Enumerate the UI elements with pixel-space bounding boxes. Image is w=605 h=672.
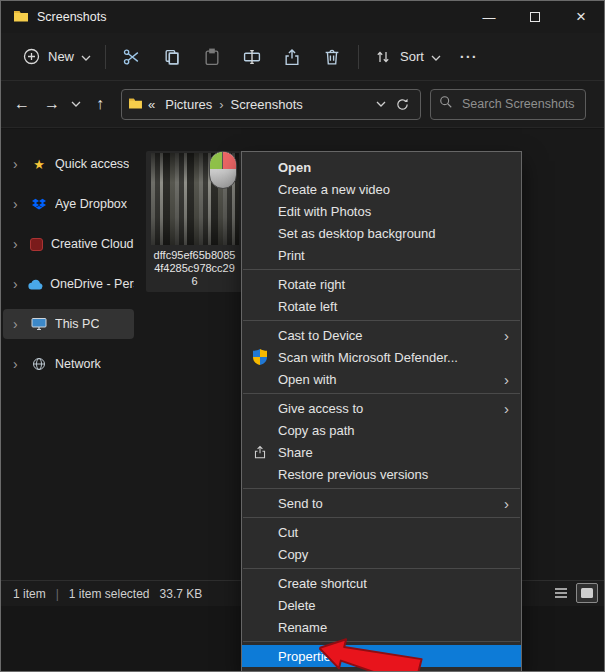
back-button[interactable]: ← [7,89,37,119]
submenu-arrow-icon: › [504,400,509,417]
menu-item-delete[interactable]: Delete [242,594,521,616]
rename-button[interactable] [232,40,272,74]
up-button[interactable]: ↑ [85,89,115,119]
menu-item-edit-with-photos[interactable]: Edit with Photos [242,200,521,222]
breadcrumb-screenshots[interactable]: Screenshots [226,97,308,112]
search-box[interactable] [430,89,586,120]
dropbox-icon [29,198,49,210]
submenu-arrow-icon: › [504,495,509,512]
menu-item-open[interactable]: Open [242,156,521,178]
breadcrumb-pictures[interactable]: Pictures [160,97,217,112]
chevron-right-icon[interactable]: › [13,316,29,332]
chevron-right-icon[interactable]: › [13,236,27,252]
creative-cloud-icon [27,238,45,251]
more-options-label: ··· [460,48,478,65]
menu-item-restore-previous-versions[interactable]: Restore previous versions [242,463,521,485]
menu-separator [243,269,520,270]
address-bar[interactable]: « Pictures › Screenshots [121,89,421,120]
sort-button-label: Sort [400,49,424,64]
recent-locations-button[interactable] [67,89,85,119]
sidebar-item-quick-access[interactable]: › ★ Quick access [3,149,134,179]
item-count: 1 item [13,587,46,601]
right-click-mouse-icon [209,151,237,189]
mouse-right-button [223,152,236,169]
menu-item-rename[interactable]: Rename [242,616,521,638]
chevron-right-icon[interactable]: › [13,276,27,292]
file-item[interactable]: dffc95ef65b8085 4f4285c978cc29 6 [146,151,243,292]
chevron-down-icon [81,49,91,64]
breadcrumb-separator-icon: › [217,97,225,112]
sidebar-item-onedrive[interactable]: › OneDrive - Perso [3,269,134,299]
new-button[interactable]: New [13,41,99,73]
toolbar-divider [358,45,359,69]
toolbar-divider [105,45,106,69]
menu-item-cast-to-device[interactable]: Cast to Device› [242,324,521,346]
mouse-left-button [210,152,223,169]
sort-button[interactable]: Sort [365,41,449,73]
share-icon [252,444,268,460]
chevron-right-icon[interactable]: › [13,356,29,372]
forward-button[interactable]: → [37,89,67,119]
breadcrumb-overflow[interactable]: « [143,97,160,112]
sidebar-item-this-pc[interactable]: › This PC [3,309,134,339]
refresh-button[interactable] [390,89,414,119]
file-thumbnail [151,153,239,245]
sidebar: › ★ Quick access › Aye Dropbox › Creativ… [1,129,136,580]
menu-separator [243,320,520,321]
menu-item-share[interactable]: Share [242,441,521,463]
menu-item-give-access-to[interactable]: Give access to› [242,397,521,419]
context-menu: Open Create a new video Edit with Photos… [241,151,522,672]
command-bar: New Sort [1,33,604,81]
menu-separator [243,393,520,394]
network-globe-icon [29,357,49,371]
folder-icon [13,8,29,26]
menu-item-scan-with-defender[interactable]: Scan with Microsoft Defender... [242,346,521,368]
explorer-window: Screenshots — × New [0,0,605,672]
menu-item-rotate-right[interactable]: Rotate right [242,273,521,295]
new-button-label: New [48,49,74,64]
share-button[interactable] [272,40,312,74]
menu-separator [243,488,520,489]
selection-count: 1 item selected [69,587,150,601]
minimize-button[interactable]: — [466,1,512,33]
search-input[interactable] [460,96,605,112]
search-icon [439,95,453,113]
details-view-button[interactable] [550,583,572,603]
chevron-right-icon[interactable]: › [13,156,29,172]
defender-shield-icon [252,349,268,365]
menu-item-open-with[interactable]: Open with› [242,368,521,390]
menu-item-copy[interactable]: Copy [242,543,521,565]
folder-icon [128,95,143,113]
title-bar: Screenshots — × [1,1,604,33]
plus-circle-icon [21,47,41,67]
menu-item-print[interactable]: Print [242,244,521,266]
copy-button[interactable] [152,40,192,74]
menu-item-rotate-left[interactable]: Rotate left [242,295,521,317]
selection-size: 33.7 KB [160,587,203,601]
menu-item-create-shortcut[interactable]: Create shortcut [242,572,521,594]
delete-button[interactable] [312,40,352,74]
more-options-button[interactable]: ··· [449,40,489,74]
close-button[interactable]: × [558,1,604,33]
window-title: Screenshots [37,10,106,24]
address-dropdown-button[interactable] [372,89,390,119]
menu-separator [243,641,520,642]
menu-item-set-as-desktop-background[interactable]: Set as desktop background [242,222,521,244]
sidebar-item-creative-cloud[interactable]: › Creative Cloud F [3,229,134,259]
menu-item-create-new-video[interactable]: Create a new video [242,178,521,200]
paste-button[interactable] [192,40,232,74]
sidebar-item-dropbox[interactable]: › Aye Dropbox [3,189,134,219]
this-pc-monitor-icon [29,317,49,331]
cut-button[interactable] [112,40,152,74]
menu-item-cut[interactable]: Cut [242,521,521,543]
menu-item-send-to[interactable]: Send to› [242,492,521,514]
maximize-button[interactable] [512,1,558,33]
menu-item-copy-as-path[interactable]: Copy as path [242,419,521,441]
sort-icon [373,47,393,67]
submenu-arrow-icon: › [504,371,509,388]
thumbnail-view-button[interactable] [576,583,598,603]
file-name: dffc95ef65b8085 4f4285c978cc29 6 [148,249,241,288]
chevron-right-icon[interactable]: › [13,196,29,212]
navigation-bar: ← → ↑ « Pictures › Screenshots [1,81,604,128]
sidebar-item-network[interactable]: › Network [3,349,134,379]
